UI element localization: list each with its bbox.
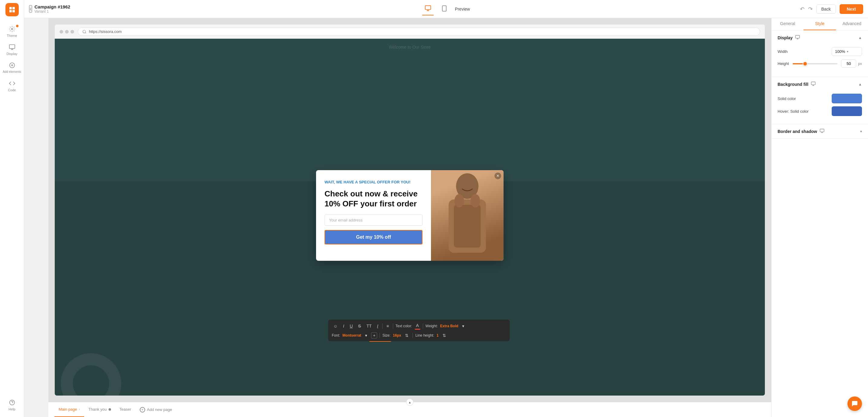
sidebar-item-theme-label: Theme [7, 34, 17, 37]
sidebar-item-add-elements[interactable]: Add elements [0, 59, 24, 77]
height-value-input[interactable]: 50 [841, 60, 856, 68]
toolbar-tt-btn[interactable]: TT [365, 323, 373, 329]
toolbar-align-btn[interactable]: ≡ [385, 323, 391, 329]
toolbar-sep-5 [412, 333, 413, 338]
text-toolbar: ☺ I U S TT I ≡ Text color: A Weight: Ext… [328, 320, 509, 341]
hover-color-row: Hover: Solid color [778, 106, 862, 116]
person-image [431, 170, 503, 261]
help-icon [8, 399, 16, 406]
hover-color-swatch[interactable] [832, 106, 862, 116]
tab-style[interactable]: Style [804, 18, 836, 30]
border-section-header[interactable]: Border and shadow ▾ [772, 124, 868, 138]
email-placeholder: Your email address [329, 218, 363, 222]
mobile-device-btn[interactable] [438, 3, 450, 15]
sidebar-item-code-label: Code [8, 88, 16, 92]
popup-close-btn[interactable]: ✕ [495, 173, 501, 179]
main-content: https://sissora.com Welcome to Our Store… [49, 18, 771, 417]
width-select-arrow: ▾ [847, 50, 848, 53]
toolbar-sep-3 [423, 323, 423, 329]
display-icon [8, 43, 16, 51]
tab-general[interactable]: General [772, 18, 804, 30]
toolbar-color-btn[interactable]: A [415, 322, 421, 330]
solid-color-row: Solid color [778, 94, 862, 103]
sidebar-item-help[interactable]: Help [0, 396, 24, 417]
sidebar-item-help-label: Help [8, 407, 16, 411]
popup-cta-btn[interactable]: Get my 10% off [324, 230, 423, 244]
page-tabs: ▲ Main page › Thank you Teaser + Add new… [49, 402, 771, 417]
display-chevron: ▲ [858, 36, 862, 40]
width-select[interactable]: 100% ▾ [832, 47, 862, 56]
toolbar-italic2-btn[interactable]: I [376, 323, 380, 329]
right-panel: ‹ Button General Style Advanced Display … [771, 0, 868, 417]
sidebar-item-add-elements-label: Add elements [3, 70, 21, 74]
toolbar-add-font-btn[interactable]: + [371, 333, 377, 339]
background-title-text: Background fill [778, 82, 808, 87]
top-bar: ‹ Campaign #1962 Variant 1 Preview ↶ ↷ B… [24, 0, 868, 18]
svg-point-17 [471, 194, 480, 207]
border-icon [819, 129, 825, 134]
sidebar-item-code[interactable]: Code [0, 77, 24, 95]
svg-rect-20 [796, 35, 799, 38]
toolbar-italic-btn[interactable]: I [341, 323, 346, 329]
sidebar-item-display[interactable]: Display [0, 40, 24, 59]
toolbar-underline-btn[interactable]: U [348, 323, 354, 329]
add-elements-icon [8, 62, 16, 69]
display-section-header[interactable]: Display ▲ [772, 31, 868, 45]
display-section-title: Display [778, 35, 800, 40]
tab-main-arrow: › [79, 408, 80, 411]
desktop-device-btn[interactable] [422, 2, 434, 15]
campaign-title: Campaign #1962 [34, 4, 70, 9]
toolbar-color-label: Text color: [396, 324, 412, 328]
back-text-btn[interactable]: Back [816, 4, 836, 13]
toolbar-emoji-btn[interactable]: ☺ [332, 323, 339, 329]
slider-thumb[interactable] [803, 61, 807, 66]
tab-main-page[interactable]: Main page › [55, 402, 84, 417]
toolbar-font-value: Montserrat [342, 333, 361, 338]
tab-thankyou-label: Thank you [88, 407, 107, 412]
border-section: Border and shadow ▾ [772, 124, 868, 139]
sidebar-item-theme[interactable]: Theme [0, 22, 24, 40]
tab-general-label: General [780, 21, 795, 26]
svg-rect-9 [425, 6, 431, 10]
background-section-header[interactable]: Background fill ▲ [772, 77, 868, 91]
svg-rect-5 [9, 45, 14, 49]
toolbar-lineheight-value: 1 [436, 333, 438, 338]
tab-teaser[interactable]: Teaser [115, 402, 135, 417]
browser-url-bar[interactable]: https://sissora.com [78, 28, 760, 36]
svg-point-4 [11, 28, 13, 30]
toolbar-font-dropdown[interactable]: ▾ [364, 332, 369, 339]
chat-bubble[interactable] [847, 396, 862, 411]
toolbar-strikethrough-btn[interactable]: S [356, 323, 362, 329]
undo-btn[interactable]: ↶ [800, 6, 805, 12]
tab-main-label: Main page [59, 407, 77, 412]
height-slider[interactable] [793, 63, 838, 64]
preview-label: Preview [455, 7, 470, 11]
top-bar-right: ↶ ↷ Back Next [470, 4, 868, 14]
add-page-btn[interactable]: + Add new page [135, 407, 176, 413]
tab-advanced[interactable]: Advanced [836, 18, 868, 30]
toolbar-size-stepper[interactable]: ⇅ [403, 332, 410, 339]
width-row: Width 100% ▾ [778, 47, 862, 56]
app-logo[interactable] [5, 3, 19, 16]
browser-dot-3 [70, 30, 74, 34]
browser-preview: https://sissora.com Welcome to Our Store… [49, 18, 771, 402]
redo-btn[interactable]: ↷ [808, 6, 813, 12]
tab-thank-you[interactable]: Thank you [84, 402, 115, 417]
toolbar-lineheight-stepper[interactable]: ⇅ [441, 332, 447, 339]
solid-color-swatch[interactable] [832, 94, 862, 103]
toolbar-weight-label: Weight: [426, 324, 438, 328]
top-bar-left: ‹ Campaign #1962 Variant 1 [24, 4, 422, 13]
next-btn[interactable]: Next [840, 4, 863, 14]
tab-teaser-label: Teaser [120, 407, 131, 412]
back-navigation-btn[interactable]: ‹ [29, 5, 32, 13]
toolbar-weight-dropdown[interactable]: ▾ [461, 323, 466, 329]
toolbar-sep-2 [393, 323, 393, 329]
height-row: Height 50 px [778, 60, 862, 68]
popup-email-input[interactable]: Your email address [324, 214, 423, 226]
tabs-toggle-btn[interactable]: ▲ [406, 398, 413, 406]
svg-rect-21 [811, 82, 815, 84]
toolbar-lineheight-label: Line height: [415, 333, 434, 338]
toolbar-font-label: Font: [332, 333, 340, 338]
width-value: 100% [835, 49, 845, 54]
toolbar-size-value: 16px [393, 333, 401, 338]
